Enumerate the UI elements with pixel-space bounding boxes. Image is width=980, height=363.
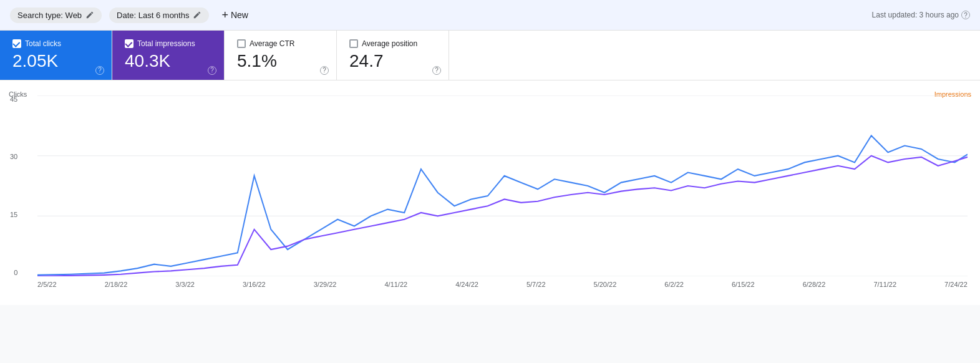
y-left-45: 45 — [10, 95, 17, 103]
plus-icon: + — [221, 9, 228, 21]
x-label-0: 2/5/22 — [37, 281, 57, 288]
clicks-line — [37, 135, 968, 274]
x-label-8: 5/20/22 — [594, 281, 617, 288]
clicks-checkbox[interactable] — [12, 39, 21, 48]
impressions-help-icon[interactable]: ? — [208, 66, 216, 75]
ctr-help-icon[interactable]: ? — [320, 66, 329, 75]
date-filter[interactable]: Date: Last 6 months — [109, 7, 209, 23]
position-label: Average position — [362, 39, 417, 48]
metric-ctr-label-row: Average CTR — [237, 39, 324, 48]
metric-average-position[interactable]: Average position 24.7 ? — [337, 31, 449, 80]
position-help-icon[interactable]: ? — [432, 66, 441, 75]
metric-clicks-label-row: Total clicks — [12, 39, 99, 48]
y-left-0: 0 — [14, 269, 17, 276]
ctr-value: 5.1% — [237, 52, 324, 71]
metric-position-label-row: Average position — [349, 39, 436, 48]
x-label-2: 3/3/22 — [175, 281, 195, 288]
chart-area: Clicks Impressions 45 30 15 0 900 600 30… — [0, 80, 980, 305]
y-left-15: 15 — [10, 211, 17, 218]
date-edit-icon — [193, 11, 201, 19]
search-type-label: Search type: Web — [17, 11, 82, 20]
position-value: 24.7 — [349, 52, 436, 71]
last-updated-text: Last updated: 3 hours ago — [872, 11, 959, 19]
metric-total-clicks[interactable]: Total clicks 2.05K ? — [0, 31, 112, 80]
position-checkbox[interactable] — [349, 39, 358, 48]
x-label-11: 6/28/22 — [803, 281, 826, 288]
y-left-30: 30 — [10, 153, 17, 160]
edit-icon — [85, 11, 94, 19]
x-label-7: 5/7/22 — [526, 281, 546, 288]
x-label-12: 7/11/22 — [873, 281, 896, 288]
impressions-value: 40.3K — [125, 52, 211, 71]
last-updated-help-icon[interactable]: ? — [961, 11, 970, 19]
x-label-13: 7/24/22 — [944, 281, 968, 288]
top-bar: Search type: Web Date: Last 6 months + N… — [0, 0, 980, 31]
metric-impressions-label-row: Total impressions — [125, 39, 211, 48]
x-label-4: 3/29/22 — [314, 281, 337, 288]
metrics-row: Total clicks 2.05K ? Total impressions 4… — [0, 31, 980, 80]
clicks-label: Total clicks — [25, 39, 61, 48]
x-label-5: 4/11/22 — [384, 281, 407, 288]
metric-average-ctr[interactable]: Average CTR 5.1% ? — [225, 31, 337, 80]
impressions-label: Total impressions — [137, 39, 195, 48]
x-label-3: 3/16/22 — [243, 281, 266, 288]
search-type-filter[interactable]: Search type: Web — [10, 7, 102, 23]
last-updated: Last updated: 3 hours ago ? — [872, 11, 970, 19]
x-label-9: 6/2/22 — [664, 281, 684, 288]
metric-total-impressions[interactable]: Total impressions 40.3K ? — [112, 31, 225, 80]
new-button[interactable]: + New — [216, 6, 253, 24]
chart-wrapper: 45 30 15 0 900 600 300 0 2/5/22 2/ — [37, 95, 968, 276]
x-label-1: 2/18/22 — [105, 281, 128, 288]
impressions-checkbox[interactable] — [125, 39, 133, 48]
ctr-label: Average CTR — [250, 39, 294, 48]
chart-svg — [37, 95, 968, 276]
date-label: Date: Last 6 months — [117, 11, 189, 20]
y-axis-left: 45 30 15 0 — [10, 95, 17, 276]
clicks-help-icon[interactable]: ? — [95, 66, 104, 75]
ctr-checkbox[interactable] — [237, 39, 246, 48]
x-label-6: 4/24/22 — [455, 281, 478, 288]
new-label: New — [231, 10, 248, 20]
x-axis-labels: 2/5/22 2/18/22 3/3/22 3/16/22 3/29/22 4/… — [37, 278, 968, 288]
clicks-value: 2.05K — [12, 52, 99, 71]
x-label-10: 6/15/22 — [732, 281, 755, 288]
